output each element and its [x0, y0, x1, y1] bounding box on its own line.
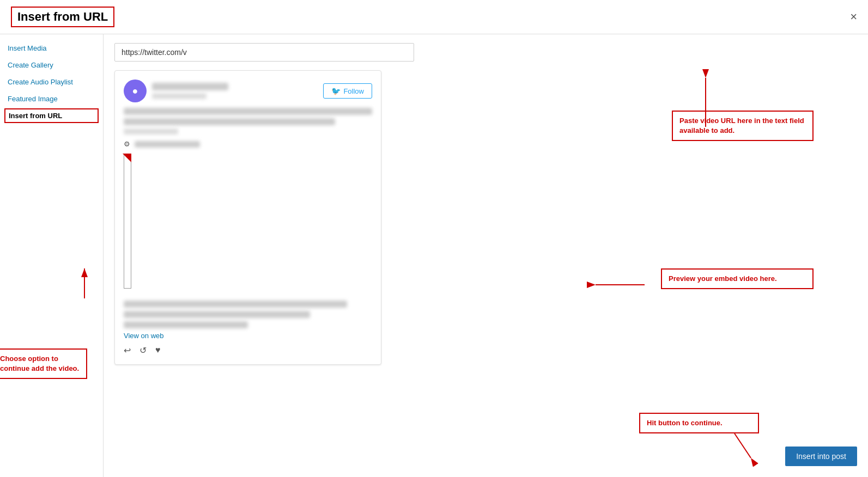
- view-on-web-link[interactable]: View on web: [124, 332, 372, 340]
- hit-button-annotation: Hit button to continue.: [639, 413, 759, 433]
- url-input-area: [114, 43, 857, 62]
- hit-button-arrow: [702, 428, 756, 466]
- modal-title: Insert from URL: [11, 7, 114, 27]
- modal-header: Insert from URL ×: [0, 0, 868, 34]
- paste-url-text: Paste video URL here in the text field a…: [679, 117, 804, 134]
- main-content: ● 🐦 Follow ⚙: [104, 34, 868, 477]
- hit-button-text: Hit button to continue.: [647, 419, 723, 427]
- tweet-retweet-row: ⚙: [124, 140, 372, 148]
- svg-line-7: [735, 433, 751, 458]
- sidebar-item-create-audio-playlist[interactable]: Create Audio Playlist: [0, 74, 103, 90]
- retweet-action-icon[interactable]: ↺: [139, 345, 147, 356]
- sidebar-annotation-box: Choose option to continue add the video.: [0, 348, 87, 379]
- like-icon[interactable]: ♥: [155, 345, 161, 356]
- preview-arrow: [590, 277, 655, 293]
- modal: Insert from URL × Insert Media Create Ga…: [0, 0, 868, 477]
- tweet-footer-line1: [124, 301, 347, 308]
- tweet-header: ● 🐦 Follow: [124, 80, 372, 102]
- follow-button[interactable]: 🐦 Follow: [323, 83, 372, 99]
- tweet-name-blur: [152, 83, 228, 90]
- sidebar-item-insert-from-url[interactable]: Insert from URL: [4, 108, 99, 123]
- close-button[interactable]: ×: [850, 11, 857, 23]
- tweet-avatar: ●: [124, 80, 147, 102]
- tweet-text-line1: [124, 108, 372, 115]
- video-grid-wrapper: [124, 154, 131, 295]
- video-corner-accent: [123, 154, 131, 162]
- tweet-handle-blur: [152, 93, 207, 99]
- tweet-actions: ↩ ↺ ♥: [124, 345, 372, 356]
- follow-label: Follow: [343, 87, 364, 95]
- tweet-text-line2: [124, 118, 335, 125]
- tweet-footer-line2: [124, 311, 310, 318]
- sidebar: Insert Media Create Gallery Create Audio…: [0, 34, 104, 477]
- video-grid: [124, 154, 131, 289]
- preview-annotation: Preview your embed video here.: [661, 268, 814, 289]
- twitter-icon: 🐦: [331, 87, 341, 95]
- embed-card: ● 🐦 Follow ⚙: [114, 70, 381, 365]
- sidebar-item-create-gallery[interactable]: Create Gallery: [0, 57, 103, 74]
- sidebar-item-featured-image[interactable]: Featured Image: [0, 90, 103, 107]
- tweet-footer-line3: [124, 321, 248, 328]
- preview-text: Preview your embed video here.: [669, 274, 777, 283]
- insert-into-post-button[interactable]: Insert into post: [785, 447, 857, 466]
- tweet-date: [124, 129, 178, 134]
- paste-url-annotation: Paste video URL here in the text field a…: [672, 111, 814, 141]
- retweet-icon: ⚙: [124, 140, 130, 148]
- sidebar-item-insert-media[interactable]: Insert Media: [0, 40, 103, 57]
- modal-body: Insert Media Create Gallery Create Audio…: [0, 34, 868, 477]
- tweet-user-info: [152, 83, 323, 99]
- retweet-name-blur: [135, 141, 200, 148]
- url-input[interactable]: [114, 43, 414, 62]
- sidebar-annotation-text: Choose option to continue add the video.: [0, 354, 79, 372]
- reply-icon[interactable]: ↩: [124, 345, 131, 356]
